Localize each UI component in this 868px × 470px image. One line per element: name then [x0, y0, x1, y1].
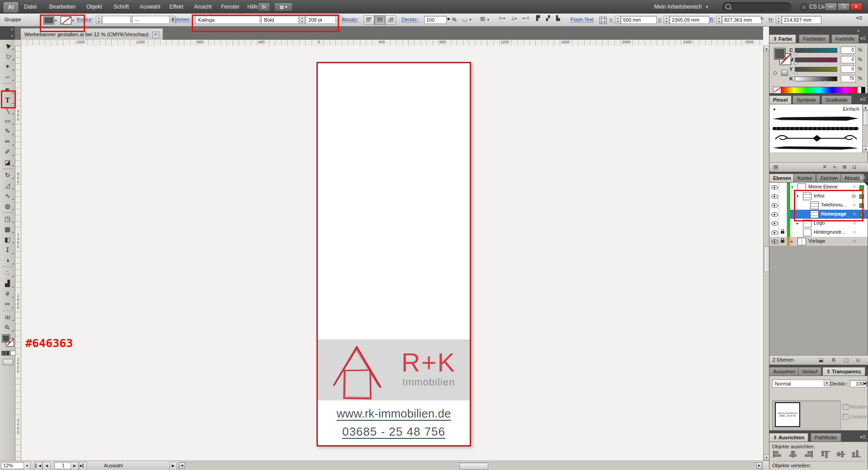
tab-zeichen[interactable]: Zeichen: [816, 174, 842, 182]
symbol-sprayer-tool-icon[interactable]: ∴: [0, 268, 15, 278]
align-left-icon[interactable]: [772, 450, 783, 458]
tab-pinsel[interactable]: Pinsel: [769, 95, 792, 104]
color-button[interactable]: [1, 351, 7, 356]
hand-tool-icon[interactable]: ɯ: [0, 312, 15, 322]
layer-thumbnail[interactable]: [810, 211, 819, 218]
blend-mode-dropdown[interactable]: Normal▼: [772, 380, 830, 388]
cyan-slider-handle[interactable]: [794, 52, 797, 55]
none-button[interactable]: [10, 351, 16, 356]
umkehren-checkbox[interactable]: [843, 414, 849, 420]
tab-aussehen[interactable]: Aussehen: [769, 367, 799, 376]
panel-menu-icon[interactable]: ▾☰: [859, 175, 867, 180]
menu-auswahl[interactable]: Auswahl: [136, 0, 164, 14]
document-tab[interactable]: Werbebanner gestalten.ai bei 12 % (CMYK/…: [20, 28, 163, 40]
page-number-field[interactable]: 1: [54, 462, 72, 469]
layer-row-hintergrund[interactable]: Hintergrundr... ○: [769, 228, 868, 237]
rotate-tool-icon[interactable]: ↻: [0, 170, 15, 180]
lasso-tool-icon[interactable]: ∽: [0, 72, 15, 82]
mesh-tool-icon[interactable]: ▦: [0, 224, 15, 235]
zoom-dropdown-icon[interactable]: ▼: [24, 462, 31, 470]
distribute-center-icon[interactable]: ▞: [546, 15, 550, 21]
close-button[interactable]: ✕: [850, 3, 863, 11]
visibility-eye-icon[interactable]: [771, 221, 778, 226]
delete-layer-icon[interactable]: ⊔: [854, 357, 862, 363]
lock-icon[interactable]: [781, 240, 784, 243]
arrange-documents-button[interactable]: ▦ ▾: [274, 2, 293, 12]
web-safe-swatch-icon[interactable]: [781, 70, 788, 76]
stroke-weight-label[interactable]: Kontur:: [77, 17, 93, 23]
maskieren-checkbox[interactable]: [843, 404, 849, 410]
b-stepper[interactable]: ▲▼: [716, 16, 722, 24]
target-circle-icon[interactable]: ○: [853, 220, 856, 226]
tab-farbhilfe[interactable]: Farbhilfe: [831, 34, 859, 43]
font-size-dropdown[interactable]: 208 pt▼: [306, 16, 342, 24]
scroll-down-icon[interactable]: ▼: [863, 146, 868, 152]
selection-tool-icon[interactable]: ▶: [0, 41, 15, 51]
tab-pathfinder[interactable]: Pathfinder: [811, 433, 841, 442]
chevron-down-icon[interactable]: ▼: [54, 19, 57, 22]
paragraph-label[interactable]: Absatz:: [342, 17, 359, 23]
new-brush-icon[interactable]: ⊞: [840, 164, 849, 170]
close-tab-icon[interactable]: ✕: [152, 32, 159, 38]
panel-menu-icon[interactable]: ▾☰: [856, 15, 863, 20]
align-bottom-icon[interactable]: [851, 450, 862, 458]
menu-schrift[interactable]: Schrift: [109, 0, 133, 14]
new-sublayer-icon[interactable]: ⧉: [830, 357, 838, 363]
tab-farbfelder[interactable]: Farbfelder: [799, 34, 830, 43]
target-circle-icon[interactable]: ○: [853, 229, 856, 235]
brush-item-rough[interactable]: [770, 144, 862, 152]
layer-thumbnail[interactable]: [803, 229, 811, 236]
scroll-up-icon[interactable]: ▲: [863, 104, 868, 110]
rectangle-tool-icon[interactable]: ▭: [0, 116, 15, 126]
transform-panel-icon[interactable]: ⊞ ▼: [480, 15, 490, 22]
menu-bearbeiten[interactable]: Bearbeiten: [45, 0, 80, 14]
yellow-slider[interactable]: [795, 67, 837, 72]
minimize-button[interactable]: —: [825, 3, 837, 11]
remove-brush-stroke-icon[interactable]: ✕: [821, 164, 829, 170]
opacity-flyout-icon[interactable]: ▶: [448, 17, 450, 21]
layer-name[interactable]: Logo: [814, 220, 825, 226]
zoom-tool-icon[interactable]: ⚲: [0, 322, 15, 333]
fill-swatch[interactable]: [774, 48, 786, 60]
align-right-icon[interactable]: [803, 450, 814, 458]
blend-tool-icon[interactable]: ◑: [0, 255, 15, 266]
h-stepper[interactable]: ▲▼: [776, 16, 782, 24]
black-slider[interactable]: [795, 76, 837, 81]
target-circle-icon[interactable]: ○: [853, 211, 856, 216]
tab-farbe[interactable]: ⇕ Farbe: [769, 34, 796, 43]
line-segment-tool-icon[interactable]: ╲: [0, 105, 15, 116]
next-page-button[interactable]: ▶: [71, 462, 79, 470]
menu-datei[interactable]: Datei: [20, 0, 41, 14]
pencil-tool-icon[interactable]: ✏: [0, 136, 15, 147]
out-of-gamut-cube-icon[interactable]: ◇: [773, 70, 777, 76]
layer-row-vorlage[interactable]: ▸ Vorlage ○: [769, 237, 868, 246]
align-text-center-button[interactable]: [374, 15, 385, 25]
panel-menu-icon[interactable]: ▾☰: [859, 36, 867, 41]
width-tool-icon[interactable]: ∿: [0, 191, 15, 201]
x-value-field[interactable]: 500 mm: [621, 16, 657, 24]
align-text-left-button[interactable]: [363, 15, 374, 25]
layer-thumbnail[interactable]: [797, 238, 806, 245]
canvas-area[interactable]: R+K Immobilien www.rk-immobilien.de 0368…: [21, 46, 763, 461]
lock-icon[interactable]: [781, 231, 784, 234]
horizontal-ruler[interactable]: 1600 1200 800 400 0 400 800 1200 1600 20…: [15, 40, 763, 46]
brush-options-icon[interactable]: ∿: [830, 164, 839, 170]
collapse-dock-icon[interactable]: »: [857, 28, 860, 33]
align-text-right-button[interactable]: [385, 15, 396, 25]
status-flyout-icon[interactable]: ▶: [170, 462, 177, 470]
layer-thumbnail[interactable]: [797, 183, 806, 191]
tab-transparenz[interactable]: ⇕ Transparenz: [822, 367, 865, 376]
layer-thumbnail[interactable]: [803, 193, 811, 200]
ruler-origin-corner[interactable]: [15, 40, 21, 46]
character-label[interactable]: Zeichen:: [172, 17, 191, 23]
y-label[interactable]: y:: [658, 17, 662, 23]
layer-row-logo[interactable]: ▸ Logo ○: [769, 219, 868, 228]
eyedropper-tool-icon[interactable]: ↧: [0, 245, 15, 255]
brush-item-charcoal[interactable]: [770, 123, 862, 133]
fill-color-swatch[interactable]: [43, 16, 54, 24]
layer-name[interactable]: Telefonnu...: [821, 202, 847, 207]
y-stepper[interactable]: ▲▼: [664, 16, 670, 24]
slice-tool-icon[interactable]: ✂: [0, 299, 15, 310]
layer-row-homepage[interactable]: Homepage ○: [769, 210, 868, 219]
layer-thumbnail[interactable]: [810, 202, 819, 209]
